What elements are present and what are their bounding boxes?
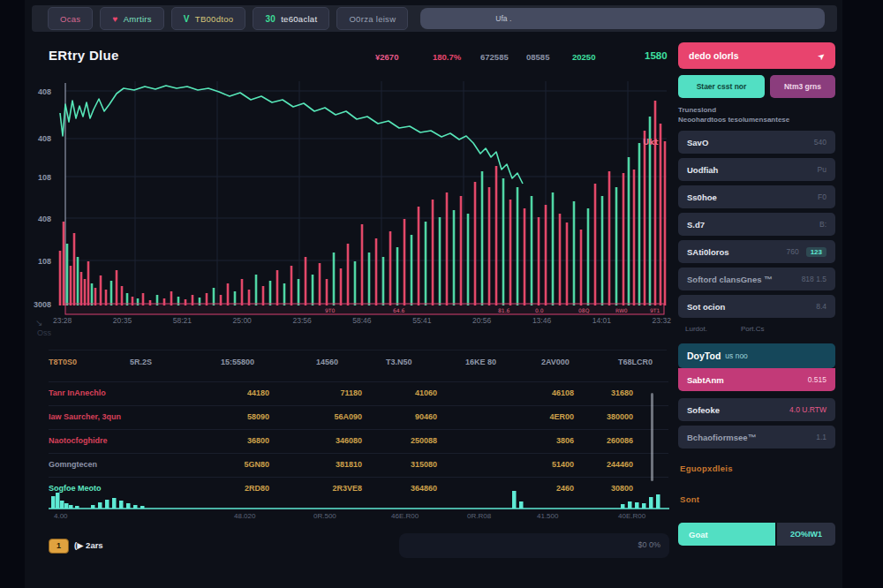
x-axis-tick: 58:21 [173,316,192,325]
sidebar-row-label: S.d7 [687,220,705,230]
sidebar-rows: SavO540UodfiahPuSs0hoeF0S.d7B:SAti0loros… [678,131,835,318]
sidebar-row[interactable]: SavO540 [678,131,835,154]
sidebar-row[interactable]: Ss0hoeF0 [678,185,835,208]
summary-cell: 14560 [316,358,338,366]
table-cell: 31680 [554,388,633,397]
tb00dtoo-icon: V [184,14,190,24]
sidebar-row-label: Softord clansGnes ™ [687,275,773,284]
sidebar-link-1[interactable]: Eguopxdleis [680,464,835,473]
toolbar-button-label: Ocas [60,14,80,24]
x-axis-tick: 58:46 [352,316,371,325]
table-row-label: Tanr InAnechlo [49,388,106,397]
sidebar-row-value: 8.4 [816,302,826,311]
table-row-label: Naotocfoghidre [49,436,108,445]
footer-value: $0 0% [590,540,660,549]
sidebar-row-label: Sot ocion [687,302,725,312]
mini-chart-tick: 46E.R00 [391,512,419,520]
table-row[interactable]: Tanr InAnechlo4418071180410604610831680 [49,381,668,405]
main-page: Ocas♥AmrtirsVTB00dtoo30te60aclatO0rza le… [25,0,842,588]
panel-pink-row[interactable]: SabtAnm 0.515 [678,368,835,391]
y-axis-tick: 108 [25,173,51,182]
toolbar-button-ocas[interactable]: Ocas [48,7,93,30]
y-axis-tick: 108 [25,257,51,266]
toolbar-button-label: Amrtirs [124,14,152,24]
toolbar-button-o0rza-leisw[interactable]: O0rza leisw [336,7,408,30]
x-axis-labels: 23:2820:3558:2125:0023:5658:4655:4120:56… [53,316,671,325]
purple-action-button[interactable]: Ntm3 grns [770,75,835,98]
row-sofeoke[interactable]: Sofeoke 4.0 U.RTW [678,398,835,421]
page-title: ERtry Dlue [49,48,119,63]
teal-action-button[interactable]: Staer csst nor [678,75,765,98]
sidebar-row[interactable]: UodfiahPu [678,158,835,181]
stat-value: 180.7% [433,52,461,62]
sidebar-link-2[interactable]: Sont [680,494,835,504]
footer-badge[interactable]: 1 [49,539,69,554]
sidebar-row-value: 760123 [786,247,826,257]
x-axis-tick: 25:00 [233,316,252,325]
sidebar-row-label: Uodfiah [687,165,718,175]
table-cell: 315080 [358,460,437,469]
chart-note: Oss [37,328,51,337]
summary-cell: T68LCR0 [618,358,653,366]
table-cell: 244460 [554,460,633,469]
mini-chart-tick: 48.020 [234,512,255,520]
summary-cell: 16KE 80 [465,358,496,366]
goat-button[interactable]: Goat [678,523,775,546]
table-row-label: Gomngtecen [49,460,97,469]
te60aclat-icon: 30 [265,14,275,24]
svg-text:RW0: RW0 [615,307,628,313]
y-axis-tick: 3008 [25,300,51,309]
trend-arrow-icon: ↘ [35,318,42,328]
data-table: Tanr InAnechlo4418071180410604610831680I… [49,381,668,501]
sidebar-row[interactable]: SAti0loros760123 [678,240,835,263]
toolbar-button-tb00dtoo[interactable]: VTB00dtoo [171,7,246,30]
table-scrollbar[interactable] [651,393,653,481]
sidebar-row-value: Pu [818,165,826,174]
svg-text:Ukt: Ukt [643,138,659,147]
summary-strip: T8T0S05R.2S15:5580014560T3.N5016KE 802AV… [49,350,667,373]
footer-label: (▶ 2ars [74,540,103,550]
price-chart[interactable]: 9T064.681.60.008QRW09T1Ukt [53,78,671,316]
x-axis-tick: 20:35 [113,316,132,325]
top-toolbar: Ocas♥AmrtirsVTB00dtoo30te60aclatO0rza le… [32,5,837,32]
mini-chart-tick: 4.00 [54,512,68,520]
table-cell: 41060 [358,388,437,397]
primary-cta-button[interactable]: dedo olorls ➤ [678,42,835,69]
volume-mini-chart[interactable] [49,490,669,511]
sidebar-row[interactable]: S.d7B: [678,213,835,236]
row-bcha[interactable]: Bchaofiormsee™ 1.1 [678,426,835,449]
table-row[interactable]: Iaw Saurcher, 3qun5809056A090904604ER003… [49,405,668,429]
toolbar-button-te60aclat[interactable]: 30te60aclat [253,7,329,30]
x-axis-tick: 20:56 [472,316,491,325]
svg-text:64.6: 64.6 [393,307,405,313]
table-cell: 90460 [358,412,437,421]
sidebar-row[interactable]: Sot ocion8.4 [678,295,835,318]
x-axis-tick: 23:56 [292,316,311,325]
right-sidebar: dedo olorls ➤ Staer csst nor Ntm3 grns T… [678,42,835,546]
sidebar-row-value: 818 1.5 [802,275,826,283]
search-input[interactable]: Ufa . [420,8,825,29]
mini-chart-tick: 41.500 [537,512,558,520]
table-row[interactable]: Gomngtecen5GN8038181031508051400244460 [49,453,668,477]
summary-cell: T8T0S0 [49,358,77,366]
mini-chart-labels: 4.0048.0200R.50046E.R000R.R0841.50040E.R… [49,512,669,523]
x-axis-tick: 55:41 [412,316,431,325]
stat-value: 672585 [480,52,509,62]
toolbar-button-label: TB00dtoo [195,14,234,24]
panel-header[interactable]: DoyTod us noo [678,343,835,368]
table-cell: 260086 [554,436,633,445]
toolbar-button-amrtirs[interactable]: ♥Amrtirs [100,7,163,30]
x-axis-tick: 14:01 [592,316,611,325]
sidebar-footnote: Lurdot.Port.Cs [685,325,835,333]
percent-button[interactable]: 2O%IW1 [777,523,835,546]
svg-text:0.0: 0.0 [535,307,544,313]
table-cell: 250088 [358,436,437,445]
table-row[interactable]: Naotocfoghidre36800346080250088380626008… [49,429,668,453]
toolbar-button-label: te60aclat [281,14,317,24]
summary-cell: 15:55800 [221,358,254,366]
stat-value: ¥2670 [375,52,398,62]
sidebar-row[interactable]: Softord clansGnes ™818 1.5 [678,268,835,290]
table-cell: 36800 [190,436,269,445]
svg-text:08Q: 08Q [578,307,590,313]
cta-label: dedo olorls [689,50,739,61]
